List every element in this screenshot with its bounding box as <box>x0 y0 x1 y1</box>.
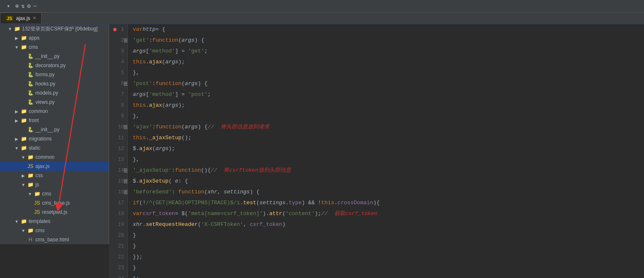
common-label: common <box>29 108 48 114</box>
code-content[interactable]: var http = { 'get':function (args) { arg… <box>128 24 644 278</box>
code-line-11: this._ajaxSetup(); <box>128 133 644 143</box>
sidebar-item-cms-base-html[interactable]: H cms_base.html <box>0 235 109 244</box>
line-number-3: 3 <box>112 46 124 57</box>
line-numbers: 12−3456−78910−11121314−15−16−17181920212… <box>109 24 128 278</box>
fold-marker-10[interactable]: − <box>124 125 128 129</box>
expand-icon: ▼ <box>20 228 27 233</box>
js-label: js <box>35 182 39 188</box>
line-number-9: 9 <box>112 111 124 122</box>
py-file-icon: 🐍 <box>27 72 34 78</box>
line-number-22: 22 <box>112 252 124 263</box>
collapse-icon: ▼ <box>7 27 13 31</box>
dropdown-icon[interactable]: ▾ <box>7 3 10 10</box>
sidebar-item-css[interactable]: ▶ 📁 css <box>0 171 109 180</box>
folder-icon: 📁 <box>20 118 27 123</box>
layout-icon[interactable]: ⇅ <box>21 3 25 10</box>
sidebar-item-cms[interactable]: ▼ 📁 cms <box>0 43 109 52</box>
sidebar-item-root[interactable]: ▼ 📁 132登录页面CSRF保护 [06debug] <box>0 24 109 33</box>
tab-ajax-js[interactable]: JS ajax.js ✕ <box>0 13 42 23</box>
fold-marker-15[interactable]: − <box>124 179 128 183</box>
expand-icon: ▶ <box>13 118 20 123</box>
sidebar-item-templates-cms[interactable]: ▼ 📁 cms <box>0 226 109 235</box>
folder-icon: 📁 <box>27 154 34 160</box>
forms-py-label: forms.py <box>35 72 55 78</box>
expand-icon: ▼ <box>13 146 20 150</box>
sidebar-item-apps[interactable]: ▶ 📁 apps <box>0 33 109 43</box>
expand-icon: ▶ <box>13 36 20 40</box>
sidebar-item-static[interactable]: ▼ 📁 static <box>0 143 109 153</box>
settings-icon[interactable]: ⚙ <box>27 3 30 10</box>
line-number-6: 6− <box>112 78 124 89</box>
templates-label: templates <box>29 218 50 224</box>
line-number-1: 1 <box>112 24 124 35</box>
sidebar-item-ajax-js[interactable]: JS ajax.js <box>0 162 109 171</box>
code-line-22: }); <box>128 252 644 263</box>
expand-icon: ▼ <box>27 192 33 196</box>
line-number-10: 10− <box>112 122 124 133</box>
folder-icon: 📁 <box>27 182 34 188</box>
line-number-11: 11 <box>112 133 124 143</box>
line-number-5: 5 <box>112 68 124 78</box>
sidebar-item-models-py[interactable]: 🐍 models.py <box>0 88 109 98</box>
sidebar-item-resetpwd-js[interactable]: JS resetpwd.js <box>0 208 109 217</box>
sidebar-item-forms-py[interactable]: 🐍 forms.py <box>0 70 109 79</box>
line-number-13: 13 <box>112 154 124 165</box>
sidebar-item-js[interactable]: ▼ 📁 js <box>0 180 109 189</box>
line-number-23: 23 <box>112 263 124 273</box>
sidebar-item-migrations[interactable]: ▶ 📁 migrations <box>0 134 109 143</box>
code-line-9: }, <box>128 111 644 122</box>
target-icon[interactable]: ⊕ <box>15 3 18 10</box>
sidebar-item-static-common[interactable]: ▼ 📁 common <box>0 153 109 162</box>
minimize-icon[interactable]: — <box>33 3 37 10</box>
folder-icon: 📁 <box>20 145 27 151</box>
js-file-icon: JS <box>33 209 41 215</box>
sidebar-item-init-py-1[interactable]: 🐍 __init__.py <box>0 52 109 61</box>
templates-cms-label: cms <box>35 228 45 233</box>
py-file-icon: 🐍 <box>27 81 34 87</box>
code-line-15: $.ajaxSetup( e: { <box>128 176 644 187</box>
py-file-icon: 🐍 <box>27 127 34 133</box>
init-py-2-label: __init__.py <box>35 127 60 133</box>
sidebar-item-init-py-2[interactable]: 🐍 __init__.py <box>0 125 109 134</box>
sidebar-item-hooks-py[interactable]: 🐍 hooks.py <box>0 79 109 88</box>
line-number-8: 8 <box>112 100 124 111</box>
root-label: 132登录页面CSRF保护 [06debug] <box>22 25 97 33</box>
html-file-icon: H <box>27 237 34 243</box>
fold-marker-6[interactable]: − <box>124 82 128 86</box>
code-line-8: this.ajax(args); <box>128 100 644 111</box>
apps-label: apps <box>29 35 40 41</box>
fold-marker-2[interactable]: − <box>124 38 128 43</box>
folder-icon: 📁 <box>20 218 27 224</box>
sidebar-item-templates[interactable]: ▼ 📁 templates <box>0 217 109 226</box>
js-file-icon: JS <box>27 163 34 169</box>
code-line-7: args['method'] = 'post'; <box>128 89 644 100</box>
folder-icon: 📁 <box>33 191 41 197</box>
line-number-19: 19 <box>112 219 124 230</box>
code-line-21: } <box>128 241 644 252</box>
tab-bar: JS ajax.js ✕ <box>0 13 644 24</box>
py-file-icon: 🐍 <box>27 99 34 105</box>
sidebar-item-front[interactable]: ▶ 📁 front <box>0 116 109 125</box>
fold-marker-14[interactable]: − <box>124 168 128 173</box>
expand-icon: ▼ <box>13 219 20 224</box>
sidebar-item-js-cms[interactable]: ▼ 📁 cms <box>0 189 109 198</box>
css-label: css <box>35 173 43 178</box>
code-line-17: if(!/^(GET|HEAD|OPTIPNS|TRACE)$/i.test(s… <box>128 198 644 208</box>
views-py-label: views.py <box>35 99 55 105</box>
sidebar-item-decorators-py[interactable]: 🐍 decorators.py <box>0 61 109 70</box>
tab-close-icon[interactable]: ✕ <box>32 15 36 21</box>
folder-icon: 📁 <box>27 228 34 233</box>
init-py-label: __init__.py <box>35 53 60 59</box>
folder-icon: 📁 <box>27 173 34 178</box>
sidebar-item-cms-base-js[interactable]: JS cms_base.js <box>0 198 109 208</box>
fold-marker-16[interactable]: − <box>124 190 128 194</box>
code-line-24: }; <box>128 273 644 278</box>
sidebar-item-views-py[interactable]: 🐍 views.py <box>0 98 109 107</box>
sidebar-item-common[interactable]: ▶ 📁 common <box>0 107 109 116</box>
tab-js-icon: JS <box>5 15 13 21</box>
py-file-icon: 🐍 <box>27 63 34 68</box>
cms-label: cms <box>29 44 38 50</box>
resetpwd-js-label: resetpwd.js <box>42 209 67 215</box>
line-number-24: 24 <box>112 273 124 278</box>
title-bar: ▾ ⊕ ⇅ ⚙ — <box>0 0 644 13</box>
